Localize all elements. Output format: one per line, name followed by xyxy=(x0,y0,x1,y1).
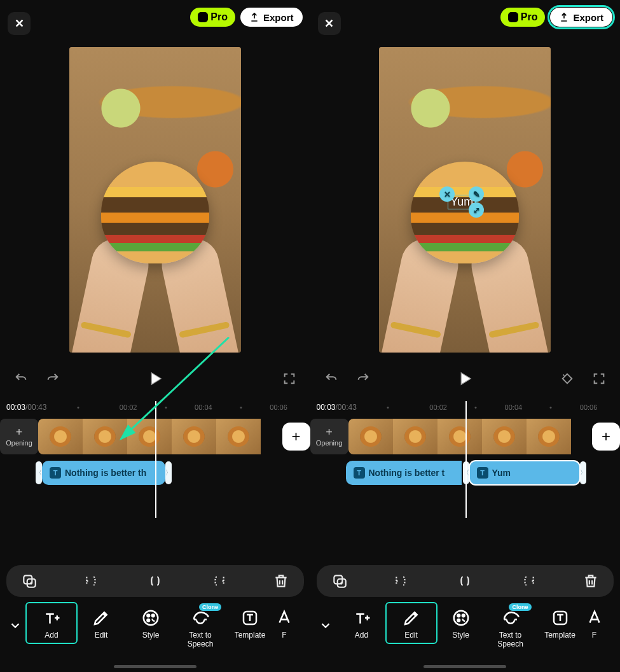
tool-add-text[interactable]: Add xyxy=(337,603,387,643)
svg-point-3 xyxy=(144,611,158,626)
ruler-mark: 00:02 xyxy=(429,403,447,411)
left-editor-panel: ✕ Pro Export 00:0 xyxy=(0,0,310,672)
tool-font-partial[interactable]: F xyxy=(585,603,604,643)
delete-button[interactable] xyxy=(270,571,293,591)
tool-template[interactable]: Template xyxy=(535,603,585,643)
tool-text-to-speech[interactable]: Clone Text to Speech xyxy=(176,603,225,652)
timeline: + Opening + T Nothing is better t 〈 T Yu… xyxy=(310,419,621,565)
text-clip[interactable]: T Nothing is better th xyxy=(42,461,165,485)
svg-point-12 xyxy=(462,614,464,617)
playhead[interactable] xyxy=(465,401,467,518)
pro-label: Pro xyxy=(521,11,538,23)
fullscreen-button[interactable] xyxy=(589,369,609,388)
add-opening-button[interactable]: + Opening xyxy=(310,419,348,454)
text-clip-selected[interactable]: T Yum xyxy=(469,461,580,485)
add-clip-button[interactable]: + xyxy=(282,423,310,451)
video-preview[interactable]: Yum ✕ ✎ ⤢ xyxy=(379,47,551,353)
ruler-mark: 00:06 xyxy=(270,403,287,411)
svg-point-13 xyxy=(457,619,460,622)
tool-font-partial[interactable]: F xyxy=(275,603,294,643)
clip-edit-toolbar xyxy=(6,565,304,597)
pro-label: Pro xyxy=(210,11,228,23)
pro-badge[interactable]: Pro xyxy=(190,8,235,27)
text-clip-icon: T xyxy=(354,467,365,479)
tool-text-to-speech[interactable]: Clone Text to Speech xyxy=(486,603,535,652)
preview-area xyxy=(0,47,310,353)
tool-label: F xyxy=(282,631,286,640)
clip-handle-left[interactable]: 〈 xyxy=(36,461,42,484)
tool-label: Edit xyxy=(95,631,108,640)
svg-point-4 xyxy=(147,614,149,617)
split-button[interactable] xyxy=(144,571,167,591)
opening-label: Opening xyxy=(6,439,32,447)
clip-edit-toolbar xyxy=(317,565,614,597)
redo-button[interactable] xyxy=(354,369,373,388)
trim-left-button[interactable] xyxy=(390,571,413,591)
video-clip-strip[interactable] xyxy=(38,419,277,454)
trim-right-button[interactable] xyxy=(516,571,539,591)
export-label: Export xyxy=(573,12,603,23)
tool-label: Style xyxy=(452,631,469,640)
fullscreen-button[interactable] xyxy=(280,369,299,388)
home-indicator xyxy=(424,665,506,668)
playback-controls xyxy=(310,353,621,400)
tool-edit[interactable]: Edit xyxy=(76,603,126,643)
tool-label: Style xyxy=(142,631,160,640)
tool-edit[interactable]: Edit xyxy=(387,603,436,643)
export-button[interactable]: Export xyxy=(240,8,303,27)
keyframe-button[interactable] xyxy=(558,369,577,388)
svg-point-11 xyxy=(457,614,460,617)
bottom-toolbar: Add Edit Style Clone Text to Speech Temp… xyxy=(310,597,621,663)
trim-left-button[interactable] xyxy=(81,571,104,591)
tool-label: Text to Speech xyxy=(188,631,214,649)
delete-button[interactable] xyxy=(579,571,602,591)
text-clip-icon: T xyxy=(477,467,488,479)
ruler-mark: 00:04 xyxy=(195,403,212,411)
undo-button[interactable] xyxy=(11,369,31,388)
text-clip[interactable]: T Nothing is better t xyxy=(346,461,462,485)
pro-badge[interactable]: Pro xyxy=(500,8,546,27)
video-preview[interactable] xyxy=(69,47,241,353)
close-button[interactable]: ✕ xyxy=(8,12,31,35)
duplicate-button[interactable] xyxy=(328,571,351,591)
play-button[interactable] xyxy=(146,369,165,388)
play-button[interactable] xyxy=(455,369,474,388)
tool-template[interactable]: Template xyxy=(225,603,275,643)
close-button[interactable]: ✕ xyxy=(318,12,341,35)
text-clip-label: Nothing is better th xyxy=(65,468,146,478)
undo-button[interactable] xyxy=(322,369,341,388)
plus-icon: + xyxy=(326,426,333,438)
text-overlay[interactable]: Yum ✕ ✎ ⤢ xyxy=(448,195,476,209)
add-clip-button[interactable]: + xyxy=(592,423,620,451)
trim-right-button[interactable] xyxy=(207,571,230,591)
tool-add-text[interactable]: Add xyxy=(27,603,76,643)
export-icon xyxy=(249,12,259,22)
video-clip-strip[interactable] xyxy=(348,419,588,454)
tool-label: Template xyxy=(544,631,575,640)
playhead[interactable] xyxy=(155,401,156,518)
clip-handle-right[interactable]: 〉 xyxy=(580,461,586,484)
collapse-toolbar-button[interactable] xyxy=(314,610,337,641)
tool-style[interactable]: Style xyxy=(436,603,486,643)
top-bar: ✕ Pro Export xyxy=(0,0,310,47)
ruler-mark: 00:02 xyxy=(120,403,137,411)
clip-handle-right[interactable]: 〉 xyxy=(165,461,172,484)
collapse-toolbar-button[interactable] xyxy=(4,610,27,641)
tool-style[interactable]: Style xyxy=(126,603,176,643)
svg-point-5 xyxy=(152,614,155,617)
bottom-toolbar: Add Edit Style Clone Text to Speech Temp… xyxy=(0,597,310,663)
export-button[interactable]: Export xyxy=(550,8,612,27)
split-button[interactable] xyxy=(453,571,476,591)
tool-label: Text to Speech xyxy=(497,631,523,649)
add-opening-button[interactable]: + Opening xyxy=(0,419,38,454)
duplicate-button[interactable] xyxy=(18,571,41,591)
text-clip-icon: T xyxy=(50,467,61,479)
redo-button[interactable] xyxy=(43,369,62,388)
home-indicator xyxy=(114,665,196,668)
svg-point-10 xyxy=(453,611,468,626)
time-position: 00:03/00:43 xyxy=(6,403,46,412)
ruler-mark: 00:06 xyxy=(580,403,598,411)
preview-area: Yum ✕ ✎ ⤢ xyxy=(310,47,621,353)
tool-label: Add xyxy=(355,631,368,640)
timeline: + Opening + 〈 T Nothing is better th 〉 xyxy=(0,419,310,565)
